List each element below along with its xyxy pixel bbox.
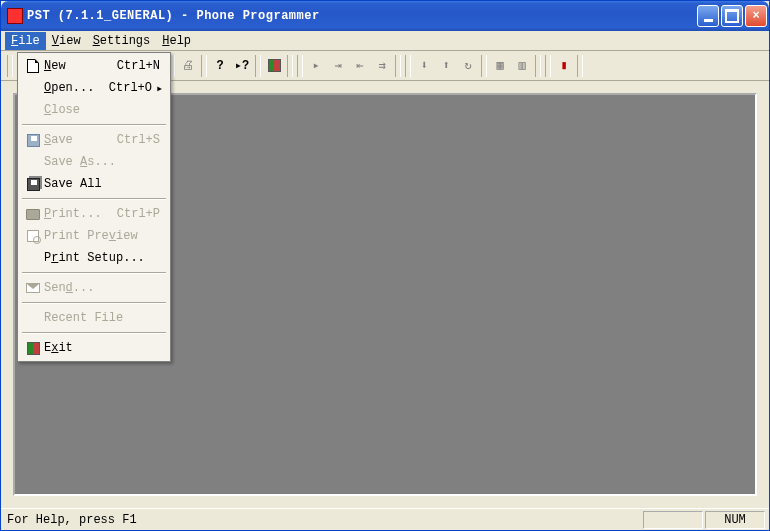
statusbar: For Help, press F1 NUM	[1, 508, 769, 530]
menu-item-save-as[interactable]: Save As...	[20, 151, 168, 173]
blank-icon	[24, 102, 42, 118]
toolbar-context-help-icon[interactable]: ▸?	[231, 55, 253, 77]
menu-label: Print...	[42, 207, 117, 221]
submenu-arrow-icon: ▸	[156, 81, 164, 96]
toolbar-separator	[545, 55, 551, 77]
menu-item-exit[interactable]: Exit	[20, 337, 168, 359]
toolbar-separator	[201, 55, 207, 77]
menu-shortcut: Ctrl+S	[117, 133, 164, 147]
menu-item-print-preview[interactable]: Print Preview	[20, 225, 168, 247]
new-icon	[24, 58, 42, 74]
blank-icon	[24, 154, 42, 170]
minimize-button[interactable]	[697, 5, 719, 27]
print-icon	[24, 206, 42, 222]
blank-icon	[24, 250, 42, 266]
window-title: PST (7.1.1_GENERAL) - Phone Programmer	[27, 9, 697, 23]
menu-item-save[interactable]: Save Ctrl+S	[20, 129, 168, 151]
toolbar-separator	[255, 55, 261, 77]
toolbar-print-icon[interactable]: 🖨	[177, 55, 199, 77]
menu-label: Recent File	[42, 311, 164, 325]
status-numlock-cell: NUM	[705, 511, 765, 529]
menu-item-open[interactable]: Open... Ctrl+O ▸	[20, 77, 168, 99]
menu-shortcut: Ctrl+N	[117, 59, 164, 73]
menu-file[interactable]: Filedocument.currentScript.previousEleme…	[5, 32, 46, 50]
menu-label: Save	[42, 133, 117, 147]
menu-separator	[22, 124, 166, 126]
toolbar-separator	[535, 55, 541, 77]
menu-separator	[22, 302, 166, 304]
toolbar-action1-icon[interactable]: ▸	[305, 55, 327, 77]
close-button[interactable]: ×	[745, 5, 767, 27]
status-empty-cell	[643, 511, 703, 529]
menu-label: Print Setup...	[42, 251, 164, 265]
send-icon	[24, 280, 42, 296]
blank-icon	[24, 80, 42, 96]
menu-label: Save As...	[42, 155, 164, 169]
menu-label: New	[42, 59, 117, 73]
menu-separator	[22, 332, 166, 334]
toolbar-tool1-icon[interactable]: ▦	[489, 55, 511, 77]
toolbar-stop-icon[interactable]: ▮	[553, 55, 575, 77]
menu-label: Open...	[42, 81, 109, 95]
toolbar-separator	[395, 55, 401, 77]
menu-label: Close	[42, 103, 164, 117]
menu-item-new[interactable]: New Ctrl+N	[20, 55, 168, 77]
toolbar-action3-icon[interactable]: ⇤	[349, 55, 371, 77]
menu-shortcut: Ctrl+P	[117, 207, 164, 221]
menu-item-print-setup[interactable]: Print Setup...	[20, 247, 168, 269]
toolbar-tool2-icon[interactable]: ▥	[511, 55, 533, 77]
menu-label: Print Preview	[42, 229, 164, 243]
toolbar-separator	[287, 55, 293, 77]
toolbar-separator	[481, 55, 487, 77]
menu-separator	[22, 198, 166, 200]
menu-view[interactable]: View	[46, 32, 87, 50]
menu-help[interactable]: Help	[156, 32, 197, 50]
menu-label: Save All	[42, 177, 164, 191]
menu-settings[interactable]: Settings	[87, 32, 157, 50]
toolbar-action4-icon[interactable]: ⇉	[371, 55, 393, 77]
toolbar-separator	[405, 55, 411, 77]
menu-item-send[interactable]: Send...	[20, 277, 168, 299]
toolbar-action2-icon[interactable]: ⇥	[327, 55, 349, 77]
menubar: Filedocument.currentScript.previousEleme…	[1, 31, 769, 51]
save-all-icon	[24, 176, 42, 192]
toolbar-exit-icon[interactable]	[263, 55, 285, 77]
menu-item-save-all[interactable]: Save All	[20, 173, 168, 195]
menu-label: Send...	[42, 281, 164, 295]
status-help-text: For Help, press F1	[5, 513, 641, 527]
save-icon	[24, 132, 42, 148]
maximize-button[interactable]	[721, 5, 743, 27]
titlebar: PST (7.1.1_GENERAL) - Phone Programmer ×	[1, 1, 769, 31]
menu-label: Exit	[42, 341, 164, 355]
menu-item-close[interactable]: Close	[20, 99, 168, 121]
menu-shortcut: Ctrl+O	[109, 81, 156, 95]
toolbar-refresh-icon[interactable]: ↻	[457, 55, 479, 77]
menu-item-print[interactable]: Print... Ctrl+P	[20, 203, 168, 225]
print-preview-icon	[24, 228, 42, 244]
file-menu-dropdown: New Ctrl+N Open... Ctrl+O ▸ Close Save C…	[17, 52, 171, 362]
toolbar-download-icon[interactable]: ⬇	[413, 55, 435, 77]
blank-icon	[24, 310, 42, 326]
exit-icon	[24, 340, 42, 356]
toolbar-about-icon[interactable]: ?	[209, 55, 231, 77]
toolbar-upload-icon[interactable]: ⬆	[435, 55, 457, 77]
toolbar-separator	[577, 55, 583, 77]
toolbar-separator	[7, 55, 13, 77]
app-icon	[7, 8, 23, 24]
menu-item-recent-file[interactable]: Recent File	[20, 307, 168, 329]
toolbar-separator	[297, 55, 303, 77]
menu-separator	[22, 272, 166, 274]
window-controls: ×	[697, 5, 767, 27]
